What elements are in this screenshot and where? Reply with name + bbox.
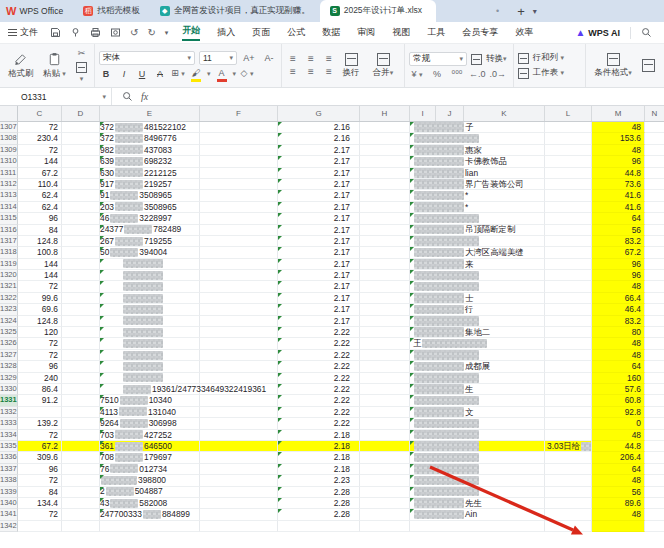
cell-E1336[interactable]: 708179697: [100, 452, 200, 463]
cell-N1323[interactable]: [645, 304, 664, 315]
cell-H1319[interactable]: [360, 259, 410, 270]
cell-E1314[interactable]: 2033508965: [100, 202, 200, 213]
cell-F1330[interactable]: [200, 384, 278, 395]
cell-F1341[interactable]: [200, 509, 278, 520]
row-header-1342[interactable]: 1342: [0, 521, 18, 532]
worksheet-button[interactable]: 工作表 ▾: [518, 67, 564, 79]
cell-H1309[interactable]: [360, 145, 410, 156]
cell-E1330[interactable]: 19361/2477334649322419361: [100, 384, 200, 395]
row-header-1319[interactable]: 1319: [0, 259, 18, 270]
cell-D1319[interactable]: [62, 259, 100, 270]
cell-F1337[interactable]: [200, 464, 278, 475]
cell-E1337[interactable]: 76012734: [100, 464, 200, 475]
tab-design-promo[interactable]: ◆ 全网首发设计项目，真正实现副赚。: [150, 0, 320, 22]
col-header-H[interactable]: H: [360, 106, 410, 121]
cell-name-1331[interactable]: [410, 395, 545, 406]
cell-C1326[interactable]: 72: [18, 338, 62, 349]
cell-E1307[interactable]: 372481522102: [100, 122, 200, 133]
cell-M1315[interactable]: 64: [592, 213, 645, 224]
cell-E1332[interactable]: 4113131040: [100, 407, 200, 418]
cell-D1330[interactable]: [62, 384, 100, 395]
cell-C1307[interactable]: 72: [18, 122, 62, 133]
cell-name-1309[interactable]: 惠家: [410, 145, 545, 156]
cell-E1309[interactable]: 982437083: [100, 145, 200, 156]
cell-C1341[interactable]: 72: [18, 509, 62, 520]
cell-C1321[interactable]: 72: [18, 281, 62, 292]
cell-M1314[interactable]: 41.6: [592, 202, 645, 213]
cell-N1331[interactable]: [645, 395, 664, 406]
cell-L1310[interactable]: [545, 156, 592, 167]
row-header-1332[interactable]: 1332: [0, 407, 18, 418]
menu-formula[interactable]: 公式: [287, 26, 305, 39]
cell-E1311[interactable]: 6302212125: [100, 168, 200, 179]
cell-F1332[interactable]: [200, 407, 278, 418]
cell-name-1335[interactable]: [410, 441, 545, 452]
col-header-K[interactable]: K: [464, 106, 545, 121]
cell-C1317[interactable]: 124.8: [18, 236, 62, 247]
cell-D1339[interactable]: [62, 487, 100, 498]
cell-F1326[interactable]: [200, 338, 278, 349]
cell-G1313[interactable]: 2.17: [278, 190, 360, 201]
col-header-J[interactable]: J: [436, 106, 464, 121]
formula-search-icon[interactable]: [122, 91, 133, 102]
undo-icon[interactable]: ↺: [130, 27, 138, 38]
cell-F1314[interactable]: [200, 202, 278, 213]
row-header-1327[interactable]: 1327: [0, 350, 18, 361]
cell-F1329[interactable]: [200, 373, 278, 384]
cell-L1314[interactable]: [545, 202, 592, 213]
cell-D1315[interactable]: [62, 213, 100, 224]
cell-F1321[interactable]: [200, 281, 278, 292]
cell-M1317[interactable]: 83.2: [592, 236, 645, 247]
col-header-N[interactable]: N: [645, 106, 664, 121]
cell-H1342[interactable]: [360, 521, 410, 532]
cell-E1328[interactable]: [100, 361, 200, 372]
menu-efficiency[interactable]: 效率: [515, 26, 533, 39]
row-header-1314[interactable]: 1314: [0, 202, 18, 213]
cell-G1326[interactable]: 2.22: [278, 338, 360, 349]
cell-C1320[interactable]: 144: [18, 270, 62, 281]
menu-home[interactable]: 开始: [182, 24, 200, 41]
cell-D1340[interactable]: [62, 498, 100, 509]
row-header-1308[interactable]: 1308: [0, 133, 18, 144]
cell-E1318[interactable]: 50394004: [100, 247, 200, 258]
clear-format-button[interactable]: ◇ ▾: [240, 68, 254, 81]
cell-M1316[interactable]: 56: [592, 225, 645, 236]
cell-N1332[interactable]: [645, 407, 664, 418]
cell-E1315[interactable]: 463228997: [100, 213, 200, 224]
cell-F1310[interactable]: [200, 156, 278, 167]
cell-H1313[interactable]: [360, 190, 410, 201]
row-header-1318[interactable]: 1318: [0, 247, 18, 258]
cell-name-1316[interactable]: 吊顶隔断定制: [410, 225, 545, 236]
row-header-1315[interactable]: 1315: [0, 213, 18, 224]
cell-D1326[interactable]: [62, 338, 100, 349]
cell-C1340[interactable]: 134.4: [18, 498, 62, 509]
cell-L1313[interactable]: [545, 190, 592, 201]
cell-L1337[interactable]: [545, 464, 592, 475]
cell-G1336[interactable]: 2.18: [278, 452, 360, 463]
cell-N1314[interactable]: [645, 202, 664, 213]
cell-H1338[interactable]: [360, 475, 410, 486]
cell-C1330[interactable]: 86.4: [18, 384, 62, 395]
row-header-1330[interactable]: 1330: [0, 384, 18, 395]
conditional-format-button[interactable]: 条件格式▾: [590, 53, 636, 79]
cell-D1325[interactable]: [62, 327, 100, 338]
col-header-I[interactable]: I: [410, 106, 436, 121]
cell-H1315[interactable]: [360, 213, 410, 224]
cell-M1326[interactable]: 48: [592, 338, 645, 349]
cell-E1334[interactable]: 703427252: [100, 430, 200, 441]
col-header-E[interactable]: E: [100, 106, 200, 121]
align-center-icon[interactable]: ≡: [304, 67, 318, 77]
cell-H1334[interactable]: [360, 430, 410, 441]
cell-N1335[interactable]: [645, 441, 664, 452]
cell-E1312[interactable]: 917219257: [100, 179, 200, 190]
cell-C1339[interactable]: 84: [18, 487, 62, 498]
cell-N1324[interactable]: [645, 316, 664, 327]
bold-button[interactable]: B: [99, 69, 113, 79]
cell-C1323[interactable]: 69.6: [18, 304, 62, 315]
cell-D1323[interactable]: [62, 304, 100, 315]
cell-F1324[interactable]: [200, 316, 278, 327]
cell-G1322[interactable]: 2.17: [278, 293, 360, 304]
cell-H1329[interactable]: [360, 373, 410, 384]
cell-C1329[interactable]: 240: [18, 373, 62, 384]
row-header-1322[interactable]: 1322: [0, 293, 18, 304]
